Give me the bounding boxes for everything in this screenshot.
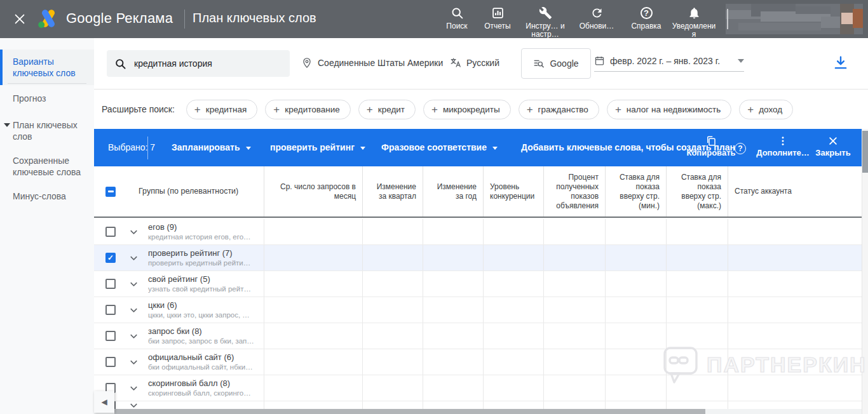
table-row[interactable]: свой рейтинг (5) узнать свой кредитный р… — [94, 271, 862, 297]
sidebar-item-keyword-ideas[interactable]: Варианты ключевых слов — [0, 50, 94, 85]
table-row[interactable]: официальный сайт (6) бки официальный сай… — [94, 349, 862, 375]
location-label: Соединенные Штаты Америки — [318, 58, 443, 68]
cell-yearly-change — [423, 349, 483, 375]
chevron-down-icon[interactable] — [128, 356, 140, 368]
row-checkbox[interactable] — [105, 279, 116, 289]
network-selector[interactable]: Google — [521, 48, 591, 79]
search-input[interactable] — [134, 58, 274, 69]
keyword-search-box[interactable] — [107, 50, 290, 77]
refine-label: Расширьте поиск: — [102, 104, 175, 114]
column-competition[interactable]: Уровень конкуренции — [483, 166, 543, 217]
sidebar-item-forecast[interactable]: Прогноз — [0, 90, 94, 107]
close-selection-button[interactable]: Закрыть — [812, 134, 854, 157]
cell-top-bid-min — [605, 271, 666, 297]
cell-quarterly-change — [362, 245, 423, 270]
sidebar-item-keyword-plan[interactable]: План ключевых слов — [0, 117, 94, 145]
collapse-panel-button[interactable]: ◀ — [94, 391, 114, 413]
cell-yearly-change — [423, 323, 483, 349]
cell-yearly-change — [423, 245, 483, 270]
location-pin-icon — [301, 57, 313, 69]
chevron-down-icon[interactable] — [128, 330, 140, 342]
cell-ad-impression-share — [543, 219, 605, 244]
cell-top-bid-min — [605, 245, 666, 270]
google-ads-logo — [37, 9, 60, 29]
keyword-group-keywords: проверить кредитный рейти… — [148, 258, 255, 268]
row-checkbox[interactable] — [105, 227, 116, 237]
cell-avg-monthly-searches — [264, 349, 362, 375]
table-row[interactable]: цкки (6) цкки, цкки это, цкки запрос, … — [94, 297, 862, 323]
row-checkbox[interactable] — [105, 357, 116, 367]
refine-chip[interactable]: + микрокредиты — [423, 100, 511, 119]
nav-reports[interactable]: Отчеты — [477, 4, 519, 39]
chevron-down-icon[interactable] — [128, 252, 140, 264]
language-selector[interactable]: Русский — [450, 57, 499, 69]
column-groups[interactable]: Группы (по релевантности) — [94, 166, 264, 217]
nav-help[interactable]: ? Справка — [621, 4, 671, 39]
keyword-group-keywords: цкки, цкки это, цкки запрос, … — [148, 310, 255, 320]
table-body: егов (9) кредитная история егов, его… пр… — [94, 219, 862, 410]
column-top-bid-min[interactable]: Ставка для показа вверху стр. (мин.) — [605, 166, 666, 217]
chevron-down-icon[interactable] — [128, 304, 140, 316]
plan-dropdown[interactable]: Запланировать — [172, 142, 251, 152]
more-options-button[interactable]: Дополните… — [755, 134, 811, 157]
cell-top-bid-min — [605, 297, 666, 323]
cell-avg-monthly-searches — [264, 271, 362, 297]
column-ad-impression-share[interactable]: Процент полученных показов объявления — [543, 166, 605, 217]
cell-competition — [483, 219, 543, 244]
refine-chip[interactable]: + кредит — [358, 100, 416, 119]
row-checkbox[interactable] — [105, 305, 116, 315]
location-selector[interactable]: Соединенные Штаты Америки — [301, 57, 443, 69]
select-all-checkbox[interactable] — [105, 187, 116, 197]
table-row[interactable]: проверить рейтинг (7) проверить кредитны… — [94, 245, 862, 271]
download-button[interactable] — [832, 55, 850, 72]
nav-notifications[interactable]: Уведомления — [671, 4, 717, 39]
row-checkbox[interactable] — [105, 331, 116, 341]
adgroup-dropdown[interactable]: проверить рейтинг — [270, 142, 365, 152]
refine-chip[interactable]: + кредитная — [186, 100, 257, 119]
column-account-status[interactable]: Статус аккаунта — [728, 166, 862, 217]
keyword-group-name: егов (9) — [148, 222, 255, 232]
keyword-group-name: цкки (6) — [148, 300, 255, 310]
chevron-down-icon[interactable] — [128, 226, 140, 238]
copy-button[interactable]: Копировать — [685, 134, 737, 157]
column-avg-monthly-searches[interactable]: Ср. число запросов в месяц — [264, 166, 362, 217]
cell-ad-impression-share — [543, 375, 605, 401]
nav-refresh[interactable]: Обнови… — [572, 4, 621, 39]
table-row[interactable]: егов (9) кредитная история егов, его… — [94, 219, 862, 245]
date-range-selector[interactable]: февр. 2022 г. – янв. 2023 г. — [594, 55, 744, 72]
cell-top-bid-min — [605, 375, 666, 401]
chevron-down-icon[interactable] — [128, 278, 140, 290]
plus-icon: + — [527, 104, 533, 115]
refine-chip[interactable]: + кредитование — [265, 100, 351, 119]
row-checkbox[interactable] — [105, 253, 116, 263]
match-type-dropdown[interactable]: Фразовое соответствие — [381, 142, 498, 152]
nav-tools-settings[interactable]: Инстру… и настр… — [519, 4, 572, 39]
column-top-bid-max[interactable]: Ставка для показа вверху стр. (макс.) — [666, 166, 728, 217]
column-yearly-change[interactable]: Изменение за год — [423, 166, 483, 217]
sidebar-item-saved-keywords[interactable]: Сохраненные ключевые слова — [0, 152, 94, 180]
chevron-down-icon[interactable] — [128, 382, 140, 394]
vertical-scrollbar-thumb[interactable] — [862, 131, 868, 173]
table-row[interactable]: запрос бки (8) бки запрос, запрос в бки,… — [94, 323, 862, 349]
refine-chip[interactable]: + доход — [739, 100, 793, 119]
keyword-group-keywords: узнать свой кредитный рейт… — [148, 284, 255, 294]
nav-search[interactable]: Поиск — [437, 4, 477, 39]
refine-chip[interactable]: + налог на недвижимость — [607, 100, 731, 119]
cell-quarterly-change — [362, 375, 423, 401]
refine-chip[interactable]: + гражданство — [519, 100, 599, 119]
refresh-icon — [590, 5, 604, 20]
column-quarterly-change[interactable]: Изменение за квартал — [362, 166, 423, 217]
top-nav: Поиск Отчеты Инстру… и настр… Обнови… — [437, 4, 717, 39]
horizontal-scrollbar-thumb[interactable] — [114, 409, 705, 414]
main-content: Соединенные Штаты Америки Русский Google… — [94, 38, 868, 414]
close-icon[interactable] — [13, 12, 27, 26]
cell-account-status — [728, 323, 862, 349]
plus-icon: + — [367, 104, 373, 115]
sidebar-item-negative-keywords[interactable]: Минус-слова — [0, 188, 94, 204]
top-app-bar: Google Реклама План ключевых слов Поиск … — [0, 0, 868, 38]
header-divider — [184, 10, 185, 29]
keyword-group-name: запрос бки (8) — [148, 326, 255, 337]
cell-yearly-change — [423, 219, 483, 244]
table-row[interactable]: скоринговый балл (8) скоринговый балл, с… — [94, 375, 862, 401]
cell-quarterly-change — [362, 297, 423, 323]
